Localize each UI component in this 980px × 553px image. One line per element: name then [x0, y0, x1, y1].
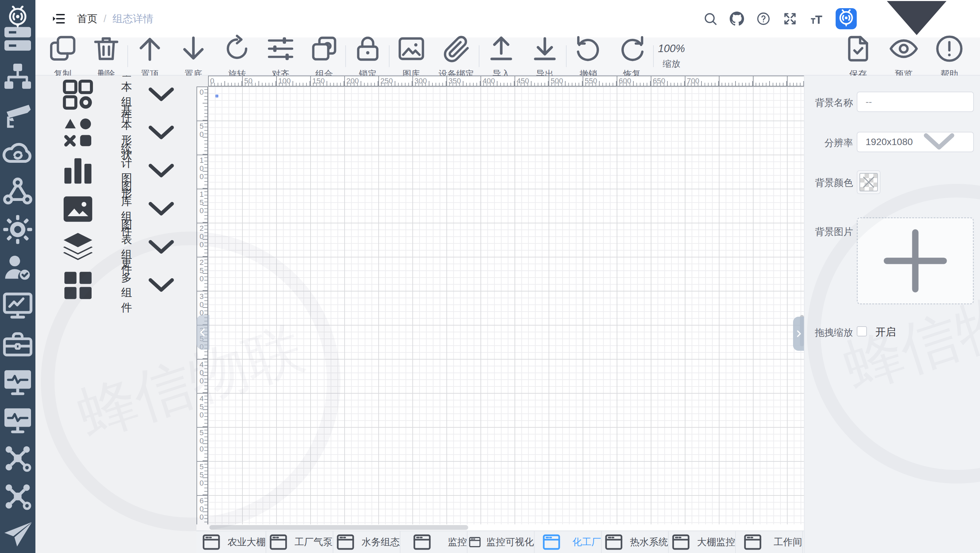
resolution-select[interactable]: 1920x1080	[857, 132, 974, 152]
sidebar-collapse-icon[interactable]	[51, 11, 66, 26]
tab-monitor[interactable]: 监控	[401, 531, 468, 553]
bg-color-swatch[interactable]	[857, 170, 881, 194]
expand-right-panel-handle[interactable]	[793, 317, 804, 351]
tab-monitor-visualization[interactable]: 监控可视化	[468, 531, 535, 553]
image-icon	[395, 32, 428, 65]
sidebar-item-cloud[interactable]	[0, 134, 35, 172]
group-icon	[308, 32, 340, 65]
gallery-button[interactable]: 图库	[390, 40, 433, 73]
board-icon	[535, 531, 568, 553]
save-button[interactable]: 保存	[837, 40, 879, 73]
arrow-up-icon	[134, 32, 166, 65]
bring-to-front-button[interactable]: 置顶	[129, 40, 171, 73]
chevron-down-icon	[140, 263, 183, 306]
sidebar-item-camera[interactable]	[0, 96, 35, 134]
sidebar-item-topology[interactable]	[0, 58, 35, 96]
delete-button[interactable]: 删除	[85, 40, 127, 73]
ruler-label: 350	[449, 76, 461, 86]
export-button[interactable]: 导出	[524, 40, 566, 73]
bg-image-upload[interactable]	[857, 217, 974, 304]
horizontal-scrollbar-thumb[interactable]	[209, 525, 468, 530]
cloud-sync-icon	[0, 134, 35, 172]
save-icon	[842, 32, 875, 65]
ruler-label: 150	[312, 76, 325, 86]
lock-button[interactable]: 锁定	[347, 40, 389, 73]
design-canvas[interactable]	[208, 86, 804, 524]
category-basic-components[interactable]: 基本组件	[35, 76, 196, 114]
canvas-element[interactable]	[216, 95, 218, 97]
tab-factory-air-pump[interactable]: 工厂气泵	[266, 531, 333, 553]
tab-workshop[interactable]: 工作间	[736, 531, 803, 553]
fullscreen-icon	[783, 11, 797, 26]
undo-button[interactable]: 撤销	[567, 40, 609, 73]
github-icon[interactable]	[729, 11, 745, 26]
sidebar-item-toolbox[interactable]	[0, 325, 35, 363]
tab-agriculture-greenhouse[interactable]: 农业大棚	[199, 531, 266, 553]
question-icon[interactable]	[756, 11, 771, 26]
ruler-label: 250	[200, 259, 204, 283]
tab-hot-water-system[interactable]: 热水系统	[602, 531, 669, 553]
tab-chemical-plant[interactable]: 化工厂	[535, 531, 602, 553]
eye-icon	[888, 32, 920, 65]
sidebar-item-settings[interactable]	[0, 210, 35, 249]
search-icon[interactable]	[703, 11, 718, 26]
category-gallery-components[interactable]: 图库组件	[35, 190, 196, 228]
sidebar-item-monitor-pulse-2[interactable]	[0, 401, 35, 439]
redo-button[interactable]: 恢复	[611, 40, 653, 73]
ruler-label: 550	[200, 463, 204, 487]
zoom-control[interactable]: 100% 缩放	[655, 40, 688, 73]
canvas-area: 0501001502002503003504004505005506006507…	[196, 76, 804, 553]
topology-icon	[0, 58, 35, 96]
sidebar-item-network-1[interactable]	[0, 439, 35, 477]
device-bind-button[interactable]: 设备绑定	[434, 40, 479, 73]
ruler-label: 400	[200, 361, 204, 385]
board-icon	[468, 531, 482, 553]
plus-icon	[858, 218, 973, 304]
board-icon	[669, 531, 693, 553]
fullscreen-icon[interactable]	[783, 11, 797, 26]
board-icon	[266, 531, 290, 553]
breadcrumb-home[interactable]: 首页	[77, 12, 97, 26]
send-to-back-button[interactable]: 置底	[172, 40, 215, 73]
ruler-label: 550	[585, 76, 597, 86]
ruler-label: 250	[380, 76, 393, 86]
tab-greenhouse-monitor[interactable]: 大棚监控	[669, 531, 736, 553]
drag-zoom-checkbox[interactable]	[857, 326, 867, 337]
ruler-label: 450	[517, 76, 529, 86]
chevron-down-icon	[140, 225, 183, 268]
ruler-label: 0	[210, 76, 214, 86]
category-statistic-graphs[interactable]: 统计图形	[35, 152, 196, 190]
bg-name-input[interactable]	[857, 92, 974, 112]
tab-water-config[interactable]: 水务组态	[333, 531, 401, 553]
category-basic-shapes[interactable]: 基本形状	[35, 114, 196, 152]
align-button[interactable]: 对齐	[259, 40, 302, 73]
trash-icon	[90, 32, 123, 65]
sidebar-item-monitor-chart[interactable]	[0, 287, 35, 325]
ruler-label: 0	[200, 88, 204, 96]
main-column: 首页 / 组态详情 复制 删除	[35, 0, 980, 553]
sidebar-item-send[interactable]	[0, 516, 35, 553]
help-button[interactable]: 帮助	[928, 40, 970, 73]
copy-button[interactable]: 复制	[41, 40, 84, 73]
collapse-left-panel-handle[interactable]	[196, 315, 209, 350]
sidebar-item-user[interactable]	[0, 249, 35, 287]
group-button[interactable]: 组合	[303, 40, 345, 73]
rotate-button[interactable]: 旋转	[216, 40, 258, 73]
ruler-label: 200	[346, 76, 359, 86]
avatar[interactable]	[835, 8, 857, 29]
sidebar-item-network-2[interactable]	[0, 477, 35, 516]
sidebar-item-nodes[interactable]	[0, 172, 35, 210]
sidebar-item-monitor-pulse-1[interactable]	[0, 363, 35, 401]
chevron-down-icon	[140, 148, 183, 192]
ruler-label: 50	[244, 76, 252, 86]
import-button[interactable]: 导入	[480, 40, 522, 73]
app-logo[interactable]	[0, 4, 35, 31]
monitor-pulse-icon	[0, 363, 35, 401]
preview-button[interactable]: 预览	[883, 40, 925, 73]
monitor-pulse-icon	[0, 401, 35, 439]
category-chart-components[interactable]: 图表组件	[35, 228, 196, 266]
ruler-label: 50	[200, 122, 204, 138]
font-size-icon[interactable]	[809, 11, 824, 26]
category-more-components[interactable]: 更多组件	[35, 266, 196, 304]
grid-more-icon	[50, 266, 106, 304]
